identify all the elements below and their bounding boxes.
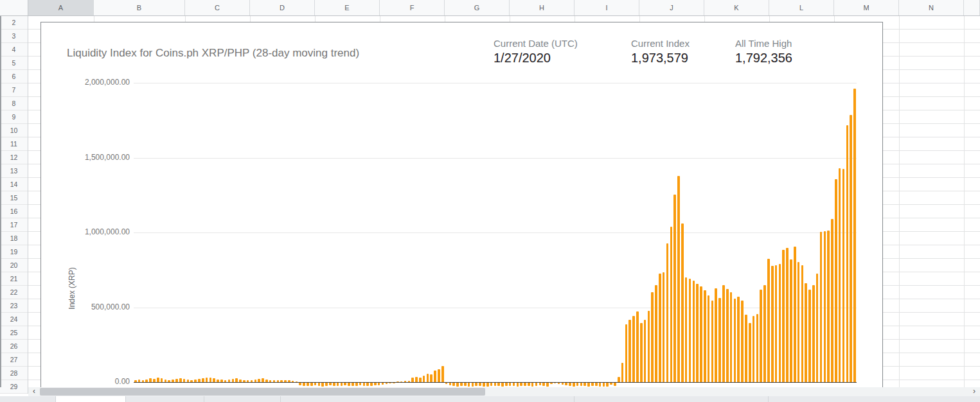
row-header-14[interactable]: 14 bbox=[0, 178, 28, 191]
bar bbox=[325, 383, 328, 386]
bar bbox=[610, 383, 612, 385]
row-header-27[interactable]: 27 bbox=[0, 353, 28, 367]
scrollbar-thumb[interactable] bbox=[40, 388, 485, 396]
row-header-16[interactable]: 16 bbox=[0, 205, 28, 218]
column-header-E[interactable]: E bbox=[315, 0, 380, 15]
bar bbox=[839, 168, 841, 382]
column-header-B[interactable]: B bbox=[94, 0, 185, 15]
bar bbox=[853, 89, 856, 382]
row-header-7[interactable]: 7 bbox=[0, 83, 28, 97]
row-header-20[interactable]: 20 bbox=[0, 259, 28, 272]
row-header-4[interactable]: 4 bbox=[0, 43, 28, 57]
row-header-19[interactable]: 19 bbox=[0, 245, 28, 259]
bar bbox=[846, 125, 849, 382]
bar bbox=[696, 284, 699, 382]
bar bbox=[651, 292, 654, 382]
bar bbox=[782, 250, 785, 382]
bar bbox=[427, 374, 429, 382]
bar bbox=[460, 383, 463, 386]
bar bbox=[628, 320, 631, 382]
row-header-6[interactable]: 6 bbox=[0, 70, 28, 83]
row-header-24[interactable]: 24 bbox=[0, 313, 28, 326]
row-header-9[interactable]: 9 bbox=[0, 110, 28, 124]
bar bbox=[378, 383, 380, 385]
bar bbox=[726, 289, 729, 382]
bar bbox=[569, 383, 571, 386]
column-header-partial[interactable] bbox=[964, 0, 980, 15]
bar bbox=[333, 383, 335, 386]
column-header-N[interactable]: N bbox=[899, 0, 964, 15]
x-axis-zero-line bbox=[134, 382, 857, 383]
bar bbox=[636, 311, 639, 382]
bar bbox=[580, 383, 583, 386]
bar bbox=[550, 383, 553, 384]
row-header-29[interactable]: 29 bbox=[0, 380, 28, 394]
row-header-13[interactable]: 13 bbox=[0, 164, 28, 178]
row-header-28[interactable]: 28 bbox=[0, 367, 28, 380]
row-header-15[interactable]: 15 bbox=[0, 191, 28, 205]
row-header-11[interactable]: 11 bbox=[0, 137, 28, 151]
row-header-17[interactable]: 17 bbox=[0, 218, 28, 232]
row-header-3[interactable]: 3 bbox=[0, 30, 28, 43]
bar bbox=[501, 383, 504, 387]
row-header-18[interactable]: 18 bbox=[0, 232, 28, 245]
column-header-M[interactable]: M bbox=[834, 0, 899, 15]
row-header-25[interactable]: 25 bbox=[0, 326, 28, 340]
bar bbox=[700, 286, 702, 382]
bar bbox=[753, 316, 755, 382]
bar bbox=[517, 383, 519, 387]
column-header-K[interactable]: K bbox=[704, 0, 769, 15]
scroll-right-button[interactable]: › bbox=[970, 387, 979, 396]
bar bbox=[386, 383, 388, 384]
bar bbox=[827, 231, 830, 382]
bar bbox=[337, 383, 339, 386]
bar bbox=[494, 383, 497, 386]
row-header-2[interactable]: 2 bbox=[0, 16, 28, 30]
chart-card[interactable]: Liquidity Index for Coins.ph XRP/PHP (28… bbox=[40, 22, 883, 393]
row-header-12[interactable]: 12 bbox=[0, 151, 28, 164]
column-header-L[interactable]: L bbox=[769, 0, 834, 15]
column-header-A[interactable]: A bbox=[28, 0, 94, 15]
row-header-26[interactable]: 26 bbox=[0, 340, 28, 353]
bar bbox=[576, 383, 579, 386]
bar bbox=[648, 311, 650, 382]
bar bbox=[711, 301, 714, 382]
bar bbox=[606, 383, 609, 387]
grid-column-line bbox=[899, 16, 900, 387]
column-header-D[interactable]: D bbox=[250, 0, 315, 15]
active-sheet-tab[interactable] bbox=[55, 396, 126, 402]
bar bbox=[546, 383, 549, 387]
bar bbox=[715, 288, 717, 382]
row-header-21[interactable]: 21 bbox=[0, 272, 28, 286]
bar bbox=[438, 369, 440, 382]
row-header-22[interactable]: 22 bbox=[0, 286, 28, 299]
bar bbox=[329, 383, 332, 385]
column-header-H[interactable]: H bbox=[510, 0, 575, 15]
bar bbox=[565, 383, 567, 385]
bar bbox=[505, 383, 508, 386]
row-header-8[interactable]: 8 bbox=[0, 97, 28, 110]
column-header-C[interactable]: C bbox=[185, 0, 250, 15]
bar bbox=[595, 383, 598, 386]
row-header-5[interactable]: 5 bbox=[0, 57, 28, 70]
bar bbox=[303, 383, 305, 386]
column-header-J[interactable]: J bbox=[639, 0, 704, 15]
bar bbox=[490, 383, 493, 386]
row-header-10[interactable]: 10 bbox=[0, 124, 28, 137]
column-header-F[interactable]: F bbox=[380, 0, 445, 15]
row-header-23[interactable]: 23 bbox=[0, 299, 28, 313]
bar bbox=[355, 383, 358, 386]
y-tick-label: 1,000,000.00 bbox=[53, 227, 130, 236]
bar bbox=[805, 283, 807, 382]
bar bbox=[659, 274, 661, 382]
horizontal-scrollbar[interactable]: ‹ › bbox=[28, 387, 980, 396]
bar bbox=[452, 383, 455, 386]
bar bbox=[366, 383, 369, 386]
column-header-G[interactable]: G bbox=[445, 0, 510, 15]
bar bbox=[374, 383, 377, 385]
select-all-corner[interactable] bbox=[0, 0, 28, 15]
bar bbox=[509, 383, 512, 386]
scroll-left-button[interactable]: ‹ bbox=[30, 387, 39, 396]
bar bbox=[734, 299, 736, 382]
column-header-I[interactable]: I bbox=[575, 0, 639, 15]
